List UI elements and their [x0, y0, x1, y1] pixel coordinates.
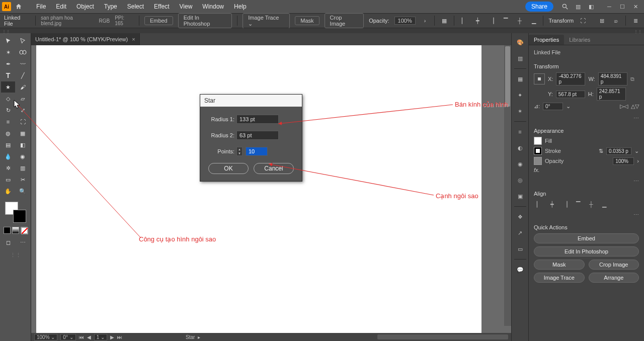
blend-tool[interactable]: ◉	[16, 151, 30, 162]
flip-h-icon[interactable]: ▷◁	[620, 103, 628, 110]
artboard-tool[interactable]: ▭	[1, 174, 15, 185]
mask-button[interactable]: Mask	[295, 16, 319, 25]
align-right-icon[interactable]: ▕	[560, 200, 570, 209]
points-input[interactable]	[246, 147, 268, 156]
align-bottom-icon[interactable]: ▁	[599, 200, 609, 209]
appearance-more-icon[interactable]: ⋯	[529, 178, 644, 185]
artboard-next-icon[interactable]: ▶	[110, 334, 114, 340]
ok-button[interactable]: OK	[208, 163, 249, 174]
opacity-input[interactable]: 100%	[613, 157, 634, 165]
selection-tool[interactable]	[1, 35, 15, 46]
align-more-icon[interactable]: ⋯	[529, 212, 644, 218]
window-close-icon[interactable]: ✕	[629, 1, 642, 12]
menu-help[interactable]: Help	[229, 3, 252, 10]
align-hcenter-icon[interactable]: ┿	[473, 16, 482, 25]
tab-libraries[interactable]: Libraries	[564, 35, 595, 45]
transform-label[interactable]: Transform	[548, 18, 574, 24]
home-icon[interactable]	[13, 1, 24, 12]
fill-swatch[interactable]	[534, 137, 542, 145]
paintbrush-tool[interactable]: 🖌	[16, 81, 30, 93]
gradient-tool[interactable]: ◧	[16, 139, 30, 150]
transparency-panel-icon[interactable]: ◉	[514, 158, 526, 170]
type-tool[interactable]: T	[1, 70, 15, 81]
color-guide-icon[interactable]: ▥	[514, 52, 526, 64]
opacity-swatch[interactable]	[534, 157, 542, 165]
shaper-tool[interactable]: ◇	[1, 93, 15, 104]
align-left-icon[interactable]: ▏	[534, 200, 544, 209]
w-input[interactable]: 484.8391 p	[598, 72, 627, 86]
qa-arrange-button[interactable]: Arrange	[589, 273, 639, 283]
menu-object[interactable]: Object	[71, 3, 99, 10]
magic-wand-tool[interactable]: ✶	[1, 47, 15, 58]
free-transform-tool[interactable]: ⛶	[16, 116, 30, 127]
symbol-sprayer-tool[interactable]: ✲	[1, 162, 15, 174]
artboards-panel-icon[interactable]: ▭	[514, 243, 526, 255]
align-hcenter-icon[interactable]: ┿	[547, 200, 557, 209]
doc-setup-icon[interactable]: ▦	[440, 16, 449, 25]
artboard-prev-icon[interactable]: ◀	[87, 334, 91, 340]
align-right-icon[interactable]: ▕	[488, 16, 497, 25]
window-minimize-icon[interactable]: ─	[603, 1, 616, 12]
edit-toolbar[interactable]: ⋯	[16, 237, 30, 248]
y-input[interactable]: 567.8 pt	[556, 91, 585, 98]
toolbox-collapse-dots[interactable]: ⋮⋮	[10, 252, 21, 259]
radius1-input[interactable]	[236, 115, 279, 124]
radius2-input[interactable]	[236, 131, 279, 140]
tab-properties[interactable]: Properties	[529, 35, 564, 45]
screen-mode[interactable]: ◻	[1, 237, 15, 248]
points-stepper[interactable]: ▲▼	[236, 147, 243, 156]
status-chevron-icon[interactable]: ▸	[198, 334, 200, 340]
color-mode-gradient[interactable]	[12, 227, 19, 234]
stroke-weight-input[interactable]: 0.0353 p	[606, 147, 631, 155]
direct-selection-tool[interactable]	[16, 35, 30, 46]
hand-tool[interactable]: ✋	[1, 186, 15, 197]
artboard[interactable]	[36, 45, 481, 333]
snap-point-icon[interactable]: ⎄	[612, 16, 621, 25]
workspace-switcher-icon[interactable]: ◧	[585, 1, 598, 12]
align-vcenter-icon[interactable]: ┼	[586, 200, 596, 209]
qa-crop-button[interactable]: Crop Image	[589, 260, 639, 270]
shape-builder-tool[interactable]: ◍	[1, 128, 15, 139]
symbols-panel-icon[interactable]: ✶	[514, 105, 526, 117]
zoom-dropdown[interactable]: 100% ⌄	[34, 334, 57, 340]
prefs-icon[interactable]: ≣	[631, 16, 640, 25]
line-segment-tool[interactable]: ╱	[16, 70, 30, 81]
edit-in-photoshop-button[interactable]: Edit In Photoshop	[178, 13, 232, 28]
x-input[interactable]: -430.2776 p	[556, 72, 585, 86]
slice-tool[interactable]: ✂	[16, 174, 30, 185]
window-maximize-icon[interactable]: ☐	[616, 1, 629, 12]
column-graph-tool[interactable]: ▥	[16, 162, 30, 174]
menu-select[interactable]: Select	[122, 3, 149, 10]
pen-tool[interactable]: ✒	[1, 58, 15, 69]
chevron-right-icon[interactable]: ›	[421, 16, 430, 25]
artboard-prev-first-icon[interactable]: ⏮	[79, 334, 84, 340]
star-tool[interactable]: ★	[1, 81, 15, 93]
transform-more-icon[interactable]: ⋯	[529, 115, 644, 122]
appearance-panel-icon[interactable]: ◎	[514, 174, 526, 186]
angle-input[interactable]: 0°	[543, 103, 563, 110]
link-wh-icon[interactable]: ⧉	[630, 76, 634, 82]
reference-point[interactable]	[534, 73, 545, 84]
perspective-grid-tool[interactable]: ▦	[16, 128, 30, 139]
chevron-right-icon[interactable]: ›	[637, 158, 639, 164]
graphic-styles-icon[interactable]: ▣	[514, 190, 526, 202]
color-mode-color[interactable]	[4, 227, 11, 234]
color-swatches[interactable]	[5, 202, 26, 223]
artboard-next-last-icon[interactable]: ⏭	[117, 334, 122, 340]
align-top-icon[interactable]: ▔	[501, 16, 510, 25]
arrange-docs-icon[interactable]: ▥	[572, 1, 585, 12]
rotate-tool[interactable]: ↻	[1, 105, 15, 116]
horizontal-scrollbar[interactable]	[377, 334, 508, 339]
close-icon[interactable]: ×	[132, 36, 135, 42]
h-input[interactable]: 242.8571 p	[597, 88, 626, 101]
gradient-panel-icon[interactable]: ◐	[514, 142, 526, 154]
swatches-panel-icon[interactable]: ▦	[514, 73, 526, 85]
vertical-scrollbar[interactable]	[504, 45, 511, 326]
stroke-stepper-icon[interactable]: ⇅	[599, 148, 603, 154]
artboard-nav[interactable]: 1 ⌄	[94, 334, 107, 340]
color-mode-none[interactable]	[21, 227, 28, 234]
chevron-down-icon[interactable]: ⌄	[566, 103, 571, 110]
share-button[interactable]: Share	[525, 2, 553, 12]
curvature-tool[interactable]: 〰	[16, 58, 30, 69]
transform-icon[interactable]: ⛶	[579, 16, 588, 25]
